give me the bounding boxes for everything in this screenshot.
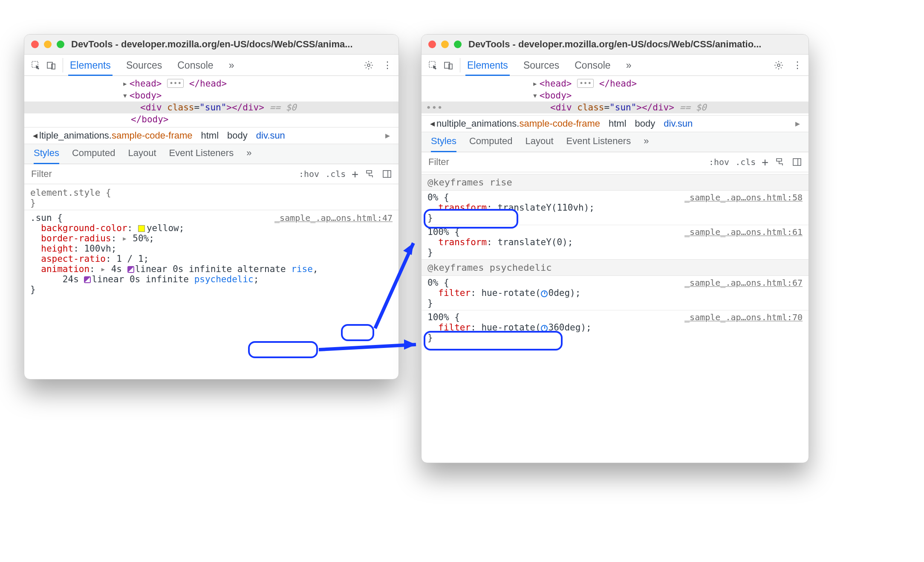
source-link[interactable]: _sample_.ap…ons.html:61: [684, 227, 803, 237]
crumb-html[interactable]: html: [609, 118, 627, 129]
cls-toggle[interactable]: .cls: [325, 169, 346, 179]
breadcrumb: ◂ ltiple_animations.sample-code-frame ht…: [24, 127, 398, 144]
zoom-icon[interactable]: [57, 41, 64, 48]
ellipsis-icon[interactable]: •••: [167, 79, 184, 88]
arrow-right-icon[interactable]: ▸: [795, 118, 800, 129]
keyframe-rise-100[interactable]: _sample_.ap…ons.html:61 100% { transform…: [422, 225, 808, 259]
subtab-computed[interactable]: Computed: [72, 148, 116, 161]
tab-console[interactable]: Console: [176, 55, 215, 75]
tab-sources[interactable]: Sources: [124, 55, 164, 75]
tree-body-open[interactable]: ▾<body>: [24, 90, 398, 101]
subtab-more-icon[interactable]: »: [644, 136, 649, 149]
crumb-div-sun[interactable]: div.sun: [256, 130, 285, 141]
subtab-computed[interactable]: Computed: [469, 136, 513, 149]
tree-selected-div[interactable]: <div class="sun"></div> == $0: [24, 101, 398, 113]
expand-icon[interactable]: ▸: [122, 78, 128, 89]
tab-sources[interactable]: Sources: [522, 55, 561, 75]
rule-sun[interactable]: _sample_.ap…ons.html:47 .sun { backgroun…: [24, 210, 398, 296]
zoom-icon[interactable]: [454, 41, 462, 48]
crumb-frame[interactable]: nultiple_animations.sample-code-frame: [436, 118, 600, 129]
new-rule-icon[interactable]: +: [762, 156, 768, 168]
collapse-icon[interactable]: ▾: [532, 90, 538, 101]
keyframes-link-psychedelic[interactable]: psychedelic: [194, 274, 254, 284]
arrow-right-icon[interactable]: ▸: [385, 130, 390, 141]
subtab-event-listeners[interactable]: Event Listeners: [169, 148, 234, 161]
tab-elements[interactable]: Elements: [465, 55, 510, 75]
device-toggle-icon[interactable]: [45, 59, 58, 72]
color-swatch-icon[interactable]: [138, 225, 145, 232]
source-link[interactable]: _sample_.ap…ons.html:47: [274, 213, 393, 223]
crumb-frame[interactable]: ltiple_animations.sample-code-frame: [39, 130, 193, 141]
panel-toggle-icon[interactable]: [791, 156, 803, 168]
tree-head[interactable]: ▸<head> ••• </head>: [422, 78, 808, 90]
close-icon[interactable]: [31, 41, 39, 48]
crumb-body[interactable]: body: [227, 130, 248, 141]
styles-subtabs: Styles Computed Layout Event Listeners »: [24, 144, 398, 164]
minimize-icon[interactable]: [441, 41, 449, 48]
main-toolbar: Elements Sources Console » ⋮: [422, 55, 808, 76]
svg-marker-12: [403, 243, 413, 255]
inspect-icon[interactable]: [29, 59, 42, 72]
subtab-event-listeners[interactable]: Event Listeners: [566, 136, 631, 149]
expand-icon[interactable]: ▸: [532, 78, 538, 89]
easing-editor-icon[interactable]: [127, 266, 134, 273]
hov-toggle[interactable]: :hov: [299, 169, 319, 179]
tree-head[interactable]: ▸<head> ••• </head>: [24, 78, 398, 90]
source-link[interactable]: _sample_.ap…ons.html:58: [684, 192, 803, 203]
tree-body-open[interactable]: ▾<body>: [422, 90, 808, 101]
keyframe-rise-0[interactable]: _sample_.ap…ons.html:58 0% { transform: …: [422, 191, 808, 225]
subtab-layout[interactable]: Layout: [525, 136, 553, 149]
subtab-styles[interactable]: Styles: [34, 148, 59, 161]
keyframes-header-psychedelic[interactable]: @keyframes psychedelic: [422, 259, 808, 276]
subtab-more-icon[interactable]: »: [246, 148, 251, 161]
kebab-icon[interactable]: ⋮: [380, 58, 395, 73]
angle-editor-icon[interactable]: [541, 325, 548, 332]
crumb-div-sun[interactable]: div.sun: [664, 118, 693, 129]
expand-icon[interactable]: ▸: [116, 233, 133, 243]
crumb-body[interactable]: body: [635, 118, 655, 129]
close-icon[interactable]: [428, 41, 436, 48]
angle-editor-icon[interactable]: [541, 290, 548, 297]
collapse-icon[interactable]: ▾: [122, 90, 128, 101]
paint-icon[interactable]: [774, 156, 785, 168]
row-actions-icon[interactable]: •••: [426, 102, 443, 113]
easing-editor-icon[interactable]: [84, 276, 91, 283]
tree-selected-div[interactable]: ••• <div class="sun"></div> == $0: [422, 101, 808, 113]
new-rule-icon[interactable]: +: [352, 168, 358, 180]
filter-input[interactable]: [24, 164, 299, 184]
crumb-html[interactable]: html: [201, 130, 219, 141]
ellipsis-icon[interactable]: •••: [577, 79, 594, 88]
hov-toggle[interactable]: :hov: [709, 157, 729, 167]
subtab-layout[interactable]: Layout: [128, 148, 156, 161]
styles-subtabs: Styles Computed Layout Event Listeners »: [422, 132, 808, 152]
tree-body-close[interactable]: </body>: [24, 113, 398, 125]
keyframes-header-rise[interactable]: @keyframes rise: [422, 174, 808, 191]
tab-more-icon[interactable]: »: [624, 55, 633, 75]
paint-icon[interactable]: [364, 168, 375, 180]
arrow-left-icon[interactable]: ◂: [33, 130, 38, 141]
tab-elements[interactable]: Elements: [68, 55, 113, 75]
cls-toggle[interactable]: .cls: [735, 157, 756, 167]
filter-input[interactable]: [422, 152, 709, 172]
tab-more-icon[interactable]: »: [227, 55, 236, 75]
arrow-left-icon[interactable]: ◂: [430, 118, 435, 129]
tab-console[interactable]: Console: [573, 55, 612, 75]
traffic-lights: [428, 41, 462, 48]
subtab-styles[interactable]: Styles: [431, 136, 456, 149]
elements-tree: ▸<head> ••• </head> ▾<body> ••• <div cla…: [422, 76, 808, 115]
expand-icon[interactable]: ▸: [95, 264, 111, 274]
minimize-icon[interactable]: [44, 41, 52, 48]
kebab-icon[interactable]: ⋮: [790, 58, 805, 73]
keyframes-link-rise[interactable]: rise: [291, 264, 313, 274]
rule-element-style[interactable]: element.style { }: [24, 186, 398, 210]
source-link[interactable]: _sample_.ap…ons.html:67: [684, 278, 803, 288]
svg-rect-4: [383, 171, 391, 177]
panel-toggle-icon[interactable]: [381, 168, 393, 180]
gear-icon[interactable]: [771, 58, 786, 73]
inspect-icon[interactable]: [427, 59, 439, 72]
gear-icon[interactable]: [361, 58, 376, 73]
keyframe-psy-0[interactable]: _sample_.ap…ons.html:67 0% { filter: hue…: [422, 276, 808, 310]
source-link[interactable]: _sample_.ap…ons.html:70: [684, 312, 803, 322]
device-toggle-icon[interactable]: [442, 59, 455, 72]
keyframe-psy-100[interactable]: _sample_.ap…ons.html:70 100% { filter: h…: [422, 310, 808, 345]
